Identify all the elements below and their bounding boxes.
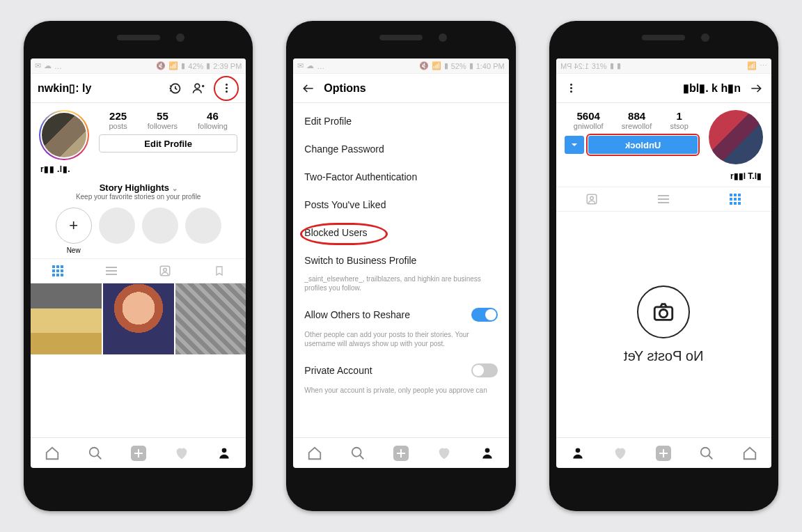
nav-activity[interactable]: [160, 438, 203, 468]
mail-icon: ✉: [297, 61, 304, 70]
search-icon: [699, 446, 714, 461]
private-toggle[interactable]: [471, 363, 498, 377]
wifi-icon: 📶: [168, 61, 178, 70]
opt-private-account[interactable]: Private Account: [293, 355, 508, 386]
grid-icon: [730, 194, 741, 205]
tab-tagged[interactable]: [139, 259, 192, 283]
profile-avatar[interactable]: [709, 110, 763, 164]
post-thumbnail[interactable]: [175, 283, 246, 354]
nav-profile[interactable]: [466, 438, 509, 468]
nav-activity[interactable]: [599, 438, 643, 468]
stat-followers[interactable]: 884 srewollof: [622, 110, 652, 130]
nav-activity[interactable]: [423, 438, 466, 468]
back-button[interactable]: [300, 80, 317, 97]
search-icon: [88, 446, 103, 461]
profile-header: 5604 gniwollof 884 srewollof 1 stsop: [556, 103, 771, 171]
more-icon: …: [54, 62, 62, 70]
reshare-toggle[interactable]: [471, 308, 498, 322]
nav-search[interactable]: [74, 438, 117, 468]
opt-switch-business-desc: _saint_elsewhere_, trailblazers, and hig…: [293, 274, 508, 299]
profile-appbar: ▮bl▮. k h▮n: [556, 74, 771, 103]
stat-following[interactable]: 46 following: [198, 110, 228, 130]
camera-icon: [652, 300, 675, 324]
battery-icon: ▮: [206, 61, 210, 70]
opt-edit-profile[interactable]: Edit Profile: [293, 107, 508, 135]
tab-tagged[interactable]: [556, 187, 628, 211]
nav-home[interactable]: [31, 438, 74, 468]
highlight-placeholder: [142, 208, 178, 244]
opt-blocked-users[interactable]: Blocked Users: [293, 219, 508, 247]
post-thumbnail[interactable]: [103, 283, 174, 354]
username[interactable]: nwkin▯: ly: [38, 81, 91, 95]
person-square-icon: [159, 265, 171, 277]
overflow-menu-icon[interactable]: [218, 80, 235, 97]
signal-icon: ▮: [444, 61, 448, 70]
tab-grid[interactable]: [31, 259, 84, 283]
clock: 2:39 PM: [213, 62, 242, 70]
back-button[interactable]: [748, 80, 764, 97]
nav-new-post[interactable]: [117, 438, 160, 468]
front-camera: [701, 33, 709, 42]
opt-two-factor[interactable]: Two-Factor Authentication: [293, 163, 508, 191]
overflow-menu-icon[interactable]: [563, 80, 580, 97]
svg-point-1: [195, 84, 200, 88]
heart-icon: [613, 446, 628, 461]
unblock-button[interactable]: Unblock: [588, 136, 698, 154]
more-actions-dropdown[interactable]: [565, 136, 584, 154]
svg-point-7: [485, 448, 489, 453]
tab-list[interactable]: [84, 259, 138, 283]
nav-profile[interactable]: [203, 438, 246, 468]
stat-followers[interactable]: 55 followers: [148, 110, 178, 130]
highlight-add-button[interactable]: +: [56, 208, 92, 244]
no-posts-placeholder: No Posts Yet: [556, 212, 771, 437]
arrow-right-icon: [749, 81, 763, 95]
post-thumbnail[interactable]: [31, 283, 102, 354]
opt-change-password[interactable]: Change Password: [293, 135, 508, 163]
person-icon: [217, 446, 231, 460]
options-list: Edit Profile Change Password Two-Factor …: [293, 103, 508, 406]
nav-home[interactable]: [728, 438, 771, 468]
profile-avatar[interactable]: [42, 113, 86, 157]
stat-posts[interactable]: 1 stsop: [670, 110, 689, 130]
highlights-title[interactable]: Story Highlights ⌄: [38, 182, 239, 193]
svg-point-9: [590, 196, 594, 200]
mail-icon: ✉: [35, 61, 41, 70]
opt-reshare[interactable]: Allow Others to Reshare: [293, 299, 508, 330]
history-icon[interactable]: [166, 80, 183, 97]
nav-profile[interactable]: [556, 438, 599, 468]
cloud-icon: ☁: [44, 61, 52, 70]
nav-new-post[interactable]: [379, 438, 423, 468]
menu-annotation: [214, 76, 239, 101]
edit-profile-button[interactable]: Edit Profile: [99, 134, 237, 152]
svg-point-5: [222, 448, 227, 453]
stat-following[interactable]: 5604 gniwollof: [574, 110, 604, 130]
tab-saved[interactable]: [192, 259, 246, 283]
stat-posts[interactable]: 225 posts: [109, 110, 127, 130]
clock: 1:24 PM: [560, 62, 589, 70]
signal-icon: ▮: [617, 61, 621, 70]
tab-grid[interactable]: [700, 187, 771, 211]
home-icon: [45, 446, 60, 461]
story-ring[interactable]: [39, 110, 89, 160]
nav-search[interactable]: [336, 438, 379, 468]
person-icon: [571, 446, 585, 460]
opt-posts-liked[interactable]: Posts You've Liked: [293, 191, 508, 219]
nav-home[interactable]: [293, 438, 336, 468]
opt-switch-business[interactable]: Switch to Business Profile: [293, 247, 508, 274]
story-highlights: Story Highlights ⌄ Keep your favorite st…: [31, 178, 246, 258]
discover-people-icon[interactable]: [190, 80, 207, 97]
page-title: Options: [324, 82, 365, 95]
wifi-icon: 📶: [432, 61, 441, 70]
search-icon: [350, 446, 365, 461]
no-posts-text: No Posts Yet: [624, 348, 704, 364]
battery-icon: ▮: [610, 61, 614, 70]
username: ▮bl▮. k h▮n: [683, 81, 741, 95]
phone-2-frame: ✉ ☁ … 🔇 📶 ▮ 52% ▮ 1:40 PM Options Edit P…: [286, 21, 515, 511]
tab-list[interactable]: [628, 187, 700, 211]
nav-search[interactable]: [685, 438, 728, 468]
heart-icon: [437, 446, 452, 461]
phone-3-screen: 1:24 PM 31% ▮ ▮ 📶 ⋯ ▮bl▮. k h▮n 5: [556, 58, 771, 468]
nav-new-post[interactable]: [642, 438, 685, 468]
wifi-icon: 📶: [747, 61, 757, 70]
signal-icon: ▮: [181, 61, 185, 70]
